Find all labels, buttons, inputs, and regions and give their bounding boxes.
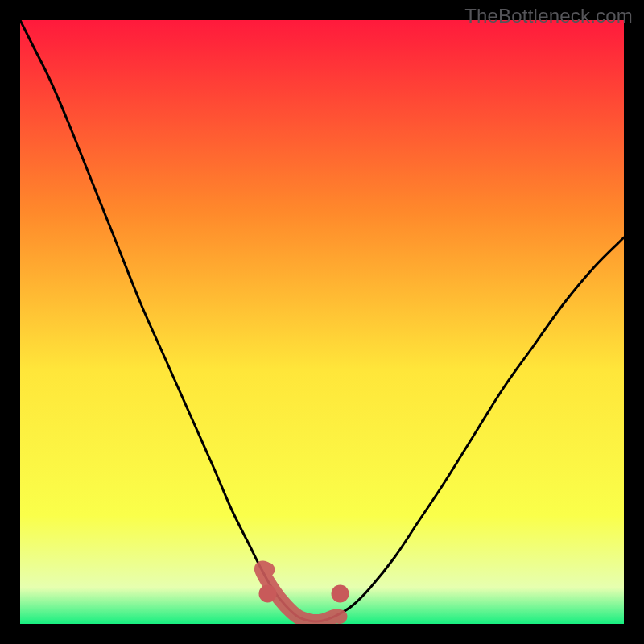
gradient-background: [20, 20, 624, 624]
range-marker: [259, 585, 277, 603]
plot-svg: [20, 20, 624, 624]
range-marker: [332, 585, 349, 603]
chart-stage: TheBottleneck.com: [0, 0, 644, 644]
plot-area: [20, 20, 624, 624]
